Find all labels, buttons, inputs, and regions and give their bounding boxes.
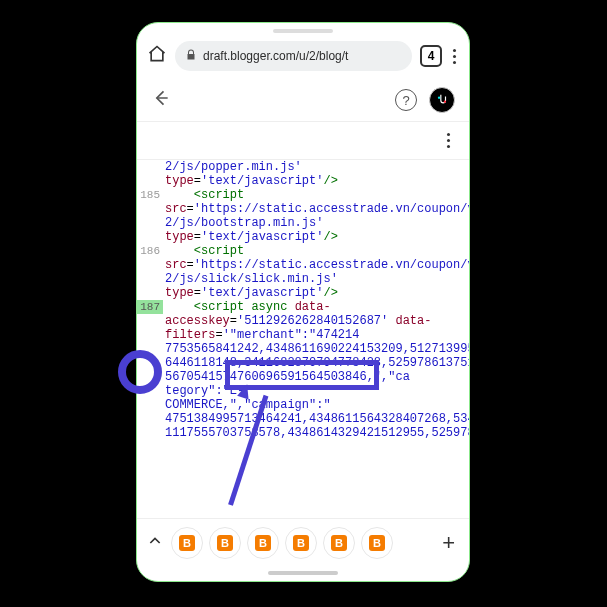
svg-point-0 — [438, 97, 440, 99]
tab-count-value: 4 — [428, 49, 435, 63]
back-arrow-icon[interactable] — [151, 88, 171, 112]
tab-thumbnail[interactable]: B — [209, 527, 241, 559]
profile-avatar[interactable] — [429, 87, 455, 113]
editor-sub-header — [137, 122, 469, 160]
overflow-menu-icon[interactable] — [450, 46, 459, 67]
bottom-tab-strip: BBBBBB + — [137, 518, 469, 567]
code-content[interactable]: <scriptsrc='https://static.accesstrade.v… — [165, 160, 469, 518]
code-editor[interactable]: 2/js/popper.min.js'type='text/javascript… — [137, 160, 469, 518]
tab-count-button[interactable]: 4 — [420, 45, 442, 67]
tab-thumbnail[interactable]: B — [361, 527, 393, 559]
code-previous-fragment: 2/js/popper.min.js'type='text/javascript… — [165, 160, 441, 188]
device-frame: draft.blogger.com/u/2/blog/t 4 ? 2/js/po… — [136, 22, 470, 582]
browser-toolbar: draft.blogger.com/u/2/blog/t 4 — [137, 37, 469, 79]
gesture-handle — [268, 571, 338, 575]
expand-caret-icon[interactable] — [147, 533, 163, 553]
address-bar[interactable]: draft.blogger.com/u/2/blog/t — [175, 41, 412, 71]
svg-point-1 — [444, 101, 446, 103]
app-header: ? — [137, 79, 469, 122]
line-number-gutter: 185186187 — [137, 160, 165, 518]
tab-thumbnail[interactable]: B — [323, 527, 355, 559]
speaker-notch — [273, 29, 333, 33]
open-tabs-row: BBBBBB — [171, 527, 430, 559]
help-icon[interactable]: ? — [395, 89, 417, 111]
tab-thumbnail[interactable]: B — [285, 527, 317, 559]
new-tab-plus-icon[interactable]: + — [438, 530, 459, 556]
lock-icon — [185, 49, 197, 64]
tab-thumbnail[interactable]: B — [247, 527, 279, 559]
home-icon[interactable] — [147, 44, 167, 68]
editor-overflow-icon[interactable] — [444, 130, 453, 151]
url-text: draft.blogger.com/u/2/blog/t — [203, 49, 348, 63]
tab-thumbnail[interactable]: B — [171, 527, 203, 559]
